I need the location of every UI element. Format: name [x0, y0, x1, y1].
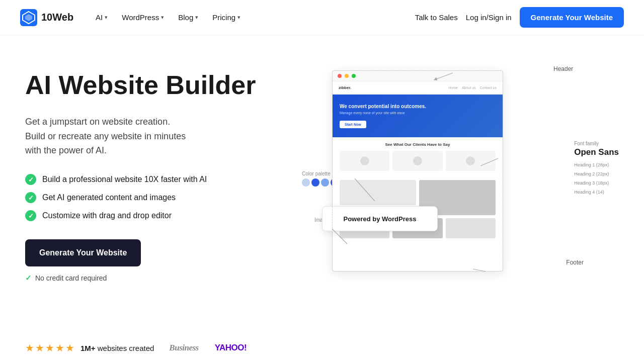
talk-to-sales-link[interactable]: Talk to Sales	[415, 13, 458, 22]
site-header-bar	[333, 71, 503, 81]
color-swatch	[311, 178, 319, 187]
nav-cta-button[interactable]: Generate Your Website	[520, 7, 624, 28]
logo[interactable]: 10Web	[20, 9, 73, 26]
footer-label: Footer	[566, 259, 584, 266]
hero-title: AI Website Builder	[25, 70, 287, 101]
brand-logo-yahoo: YAHOO!	[215, 343, 247, 353]
feature-text-2: Get AI generated content and images	[42, 193, 176, 202]
site-clients-title: See What Our Clients Have to Say	[340, 142, 496, 147]
check-icon: ✓	[25, 274, 32, 283]
site-preview-mockup: zibber. Home About us Contact us We conv…	[332, 70, 503, 272]
login-link[interactable]: Log in/Sign in	[466, 13, 512, 22]
site-nav-logo: zibber.	[339, 85, 351, 90]
site-nav-item: Home	[448, 86, 458, 89]
chevron-down-icon: ▾	[195, 14, 198, 21]
chevron-down-icon: ▾	[161, 14, 164, 21]
stat-text: 1M+ websites created	[80, 344, 154, 352]
site-nav-item: Contact us	[480, 86, 497, 89]
feature-text-3: Customize with drag and drop editor	[42, 211, 172, 220]
site-hero-sub: Manage every none of your site with ease	[340, 111, 496, 115]
site-nav-item: About us	[462, 86, 476, 89]
check-icon	[25, 174, 36, 185]
no-credit-card-notice: ✓ No credit card required	[25, 274, 287, 283]
check-icon	[25, 192, 36, 203]
feature-item-1: Build a professional website 10X faster …	[25, 174, 287, 185]
dot-red	[338, 74, 342, 78]
footer-annotation: Footer	[566, 257, 584, 266]
client-avatar	[360, 156, 369, 165]
dot-green	[352, 74, 356, 78]
nav-item-wordpress[interactable]: WordPress ▾	[116, 10, 170, 25]
brand-logos: Business YAHOO!	[169, 343, 247, 353]
font-annotation: Font family Open Sans Heading 1 (28px) H…	[574, 141, 619, 197]
hero-illustration: Color palette Header Font family Open Sa…	[287, 60, 619, 302]
site-hero-title: We convert potential into outcomes.	[340, 104, 496, 109]
client-card	[446, 151, 496, 171]
font-size-3: Heading 3 (18px)	[574, 178, 619, 188]
site-clients-section: See What Our Clients Have to Say	[333, 137, 503, 176]
color-swatch	[321, 178, 329, 187]
chevron-down-icon: ▾	[237, 14, 240, 21]
font-sizes: Heading 1 (28px) Heading 2 (22px) Headin…	[574, 160, 619, 197]
client-avatar	[466, 156, 475, 165]
hero-subtitle: Get a jumpstart on website creation. Bui…	[25, 115, 287, 158]
navigation: 10Web AI ▾ WordPress ▾ Blog ▾ Pricing ▾ …	[0, 0, 644, 35]
client-avatar	[413, 156, 422, 165]
chevron-down-icon: ▾	[105, 14, 108, 21]
font-size-1: Heading 1 (28px)	[574, 160, 619, 169]
font-size-4: Heading 4 (14)	[574, 188, 619, 197]
site-hero-btn: Start Now	[340, 121, 366, 128]
site-image	[340, 180, 416, 205]
feature-item-2: Get AI generated content and images	[25, 192, 287, 203]
nav-item-ai[interactable]: AI ▾	[90, 10, 114, 25]
font-size-2: Heading 2 (22px)	[574, 169, 619, 178]
font-family-label: Font family	[574, 141, 619, 146]
stat-number: 1M+	[80, 344, 96, 352]
check-icon	[25, 210, 36, 221]
hero-left: AI Website Builder Get a jumpstart on we…	[25, 65, 287, 283]
feature-text-1: Build a professional website 10X faster …	[42, 175, 207, 184]
nav-item-pricing[interactable]: Pricing ▾	[206, 10, 247, 25]
star-rating: ★★★★★	[25, 342, 75, 354]
client-card	[340, 151, 389, 171]
social-proof-row: ★★★★★ 1M+ websites created Business YAHO…	[0, 342, 644, 354]
feature-item-3: Customize with drag and drop editor	[25, 210, 287, 221]
dot-yellow	[345, 74, 349, 78]
wordpress-badge: Powered by WordPress	[322, 206, 438, 231]
stat-label: websites created	[98, 344, 154, 352]
font-name: Open Sans	[574, 147, 619, 157]
sub-image	[446, 218, 496, 238]
brand-logo-business: Business	[169, 343, 198, 353]
site-nav-bar: zibber. Home About us Contact us	[333, 81, 503, 95]
client-card	[392, 151, 442, 171]
brand-name: 10Web	[41, 12, 73, 23]
features-list: Build a professional website 10X faster …	[25, 174, 287, 221]
hero-cta-button[interactable]: Generate Your Website	[25, 239, 141, 266]
site-hero-section: We convert potential into outcomes. Mana…	[333, 95, 503, 137]
hero-section: AI Website Builder Get a jumpstart on we…	[0, 35, 644, 322]
nav-item-blog[interactable]: Blog ▾	[172, 10, 204, 25]
site-client-row	[340, 151, 496, 171]
nav-links: AI ▾ WordPress ▾ Blog ▾ Pricing ▾	[90, 10, 415, 25]
no-cc-text: No credit card required	[35, 274, 107, 282]
color-swatch	[302, 178, 310, 187]
nav-right: Talk to Sales Log in/Sign in Generate Yo…	[415, 7, 624, 28]
header-label: Header	[553, 65, 573, 72]
